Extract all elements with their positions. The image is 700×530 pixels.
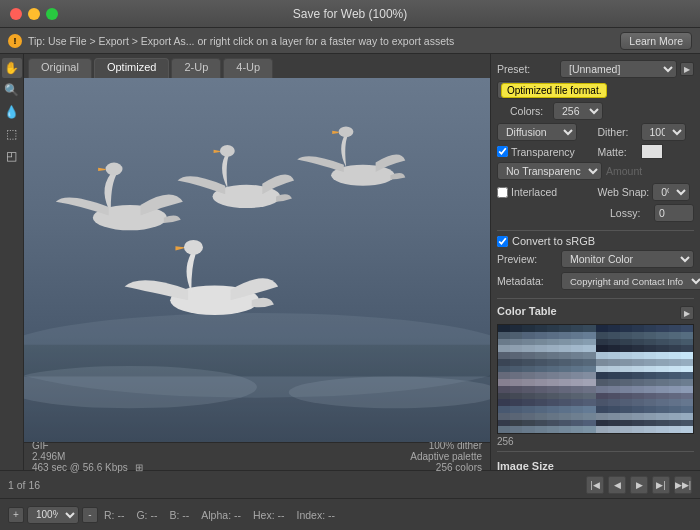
color-swatch[interactable] xyxy=(522,399,534,406)
color-swatch[interactable] xyxy=(596,372,608,379)
color-swatch[interactable] xyxy=(620,339,632,346)
first-frame-button[interactable]: |◀ xyxy=(586,476,604,494)
color-swatch[interactable] xyxy=(547,426,559,433)
color-swatch[interactable] xyxy=(620,345,632,352)
tab-original[interactable]: Original xyxy=(28,58,92,78)
color-swatch[interactable] xyxy=(510,386,522,393)
crop-tool[interactable]: ◰ xyxy=(2,146,22,166)
color-swatch[interactable] xyxy=(571,359,583,366)
color-swatch[interactable] xyxy=(644,352,656,359)
color-swatch[interactable] xyxy=(498,366,510,373)
color-swatch[interactable] xyxy=(583,386,595,393)
color-swatch[interactable] xyxy=(681,406,693,413)
color-swatch[interactable] xyxy=(608,413,620,420)
last-frame-button[interactable]: ▶▶| xyxy=(674,476,692,494)
color-swatch[interactable] xyxy=(632,345,644,352)
color-swatch[interactable] xyxy=(681,325,693,332)
color-swatch[interactable] xyxy=(498,413,510,420)
color-swatch[interactable] xyxy=(559,332,571,339)
color-swatch[interactable] xyxy=(547,339,559,346)
color-swatch[interactable] xyxy=(522,372,534,379)
color-swatch[interactable] xyxy=(681,379,693,386)
color-swatch[interactable] xyxy=(535,359,547,366)
color-swatch[interactable] xyxy=(632,420,644,427)
color-swatch[interactable] xyxy=(669,426,681,433)
convert-srgb-checkbox[interactable] xyxy=(497,236,508,247)
color-swatch[interactable] xyxy=(669,413,681,420)
color-swatch[interactable] xyxy=(656,379,668,386)
color-swatch[interactable] xyxy=(522,413,534,420)
color-swatch[interactable] xyxy=(535,393,547,400)
color-table-grid[interactable] xyxy=(497,324,694,434)
color-swatch[interactable] xyxy=(620,406,632,413)
color-swatch[interactable] xyxy=(559,325,571,332)
prev-frame-button[interactable]: ◀ xyxy=(608,476,626,494)
color-swatch[interactable] xyxy=(632,399,644,406)
color-swatch[interactable] xyxy=(535,366,547,373)
color-swatch[interactable] xyxy=(644,406,656,413)
color-swatch[interactable] xyxy=(522,386,534,393)
zoom-out-button[interactable]: - xyxy=(82,507,98,523)
color-swatch[interactable] xyxy=(571,352,583,359)
color-swatch[interactable] xyxy=(608,420,620,427)
color-swatch[interactable] xyxy=(571,399,583,406)
color-swatch[interactable] xyxy=(608,386,620,393)
color-swatch[interactable] xyxy=(656,420,668,427)
color-swatch[interactable] xyxy=(596,399,608,406)
color-swatch[interactable] xyxy=(632,359,644,366)
color-swatch[interactable] xyxy=(571,386,583,393)
color-swatch[interactable] xyxy=(620,372,632,379)
color-swatch[interactable] xyxy=(498,379,510,386)
color-swatch[interactable] xyxy=(498,420,510,427)
color-swatch[interactable] xyxy=(571,420,583,427)
color-swatch[interactable] xyxy=(498,339,510,346)
color-swatch[interactable] xyxy=(535,325,547,332)
color-swatch[interactable] xyxy=(522,345,534,352)
color-swatch[interactable] xyxy=(510,372,522,379)
color-swatch[interactable] xyxy=(644,379,656,386)
color-swatch[interactable] xyxy=(547,325,559,332)
color-swatch[interactable] xyxy=(522,393,534,400)
learn-more-button[interactable]: Learn More xyxy=(620,32,692,50)
color-swatch[interactable] xyxy=(583,345,595,352)
color-swatch[interactable] xyxy=(620,366,632,373)
color-swatch[interactable] xyxy=(535,332,547,339)
color-swatch[interactable] xyxy=(522,352,534,359)
color-swatch[interactable] xyxy=(681,399,693,406)
color-swatch[interactable] xyxy=(510,345,522,352)
color-swatch[interactable] xyxy=(583,426,595,433)
color-swatch[interactable] xyxy=(498,332,510,339)
color-swatch[interactable] xyxy=(571,332,583,339)
color-swatch[interactable] xyxy=(644,399,656,406)
color-swatch[interactable] xyxy=(498,386,510,393)
color-swatch[interactable] xyxy=(596,332,608,339)
color-swatch[interactable] xyxy=(535,426,547,433)
color-swatch[interactable] xyxy=(656,426,668,433)
color-swatch[interactable] xyxy=(559,339,571,346)
tab-4up[interactable]: 4-Up xyxy=(223,58,273,78)
color-swatch[interactable] xyxy=(656,386,668,393)
color-swatch[interactable] xyxy=(656,413,668,420)
maximize-button[interactable] xyxy=(46,8,58,20)
color-swatch[interactable] xyxy=(547,393,559,400)
color-swatch[interactable] xyxy=(669,352,681,359)
color-swatch[interactable] xyxy=(522,379,534,386)
color-swatch[interactable] xyxy=(681,426,693,433)
color-swatch[interactable] xyxy=(608,426,620,433)
color-swatch[interactable] xyxy=(535,420,547,427)
color-swatch[interactable] xyxy=(681,386,693,393)
color-swatch[interactable] xyxy=(656,393,668,400)
color-swatch[interactable] xyxy=(608,345,620,352)
color-swatch[interactable] xyxy=(596,386,608,393)
no-transparency-select[interactable]: No Transparency Dit... xyxy=(497,162,602,180)
color-swatch[interactable] xyxy=(522,406,534,413)
color-swatch[interactable] xyxy=(571,345,583,352)
color-swatch[interactable] xyxy=(656,339,668,346)
color-swatch[interactable] xyxy=(498,359,510,366)
matte-swatch[interactable] xyxy=(641,144,663,159)
color-swatch[interactable] xyxy=(644,386,656,393)
color-swatch[interactable] xyxy=(620,386,632,393)
color-swatch[interactable] xyxy=(547,406,559,413)
color-swatch[interactable] xyxy=(596,413,608,420)
zoom-tool[interactable]: 🔍 xyxy=(2,80,22,100)
